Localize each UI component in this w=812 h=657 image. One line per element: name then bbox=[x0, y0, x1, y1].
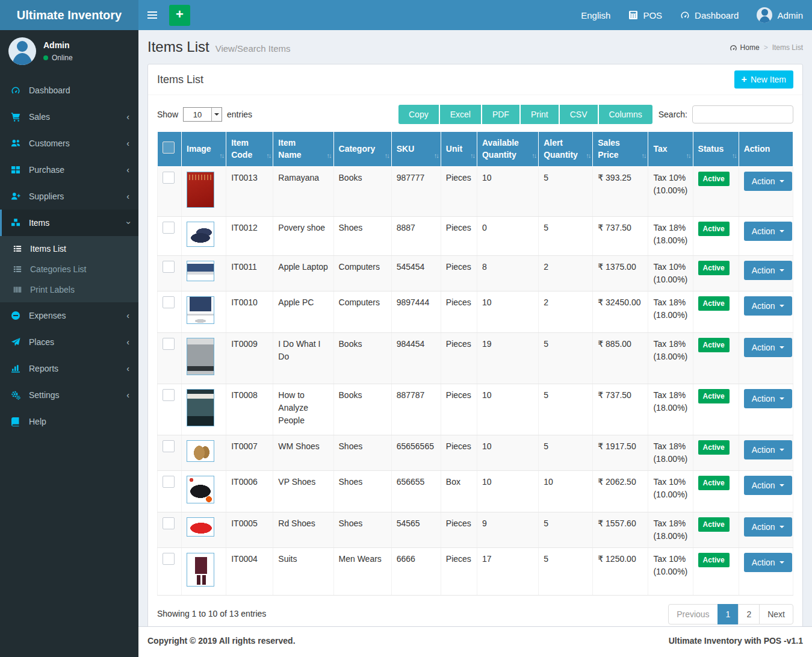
table-row: IT0004 Suits Men Wears 6666 Pieces 17 5 … bbox=[158, 547, 793, 595]
status-badge: Active bbox=[698, 553, 730, 567]
sidebar-item-help[interactable]: Help bbox=[0, 408, 138, 435]
sidebar-item-places[interactable]: Places ‹ bbox=[0, 329, 138, 355]
column-header-available-quantity[interactable]: Available Quantity↑↓ bbox=[477, 132, 538, 167]
sidebar-item-expenses[interactable]: Expenses ‹ bbox=[0, 302, 138, 329]
row-checkbox[interactable] bbox=[163, 389, 175, 401]
nav-dashboard[interactable]: Dashboard bbox=[671, 0, 748, 30]
action-button[interactable]: Action bbox=[744, 296, 792, 316]
breadcrumb-home-link[interactable]: Home bbox=[730, 43, 760, 52]
pdf-button[interactable]: PDF bbox=[481, 105, 519, 124]
next-page-button[interactable]: Next bbox=[759, 604, 793, 624]
column-header-alert-quantity[interactable]: Alert Quantity↑↓ bbox=[539, 132, 593, 167]
row-checkbox[interactable] bbox=[163, 338, 175, 350]
action-button[interactable]: Action bbox=[744, 517, 792, 537]
page-length-select[interactable]: 10 bbox=[183, 107, 222, 122]
action-button[interactable]: Action bbox=[744, 440, 792, 459]
action-button[interactable]: Action bbox=[744, 553, 792, 572]
action-button[interactable]: Action bbox=[744, 222, 792, 241]
column-header-sku[interactable]: SKU↑↓ bbox=[391, 132, 441, 167]
row-checkbox[interactable] bbox=[163, 440, 175, 452]
column-header-item-code[interactable]: Item Code↑↓ bbox=[226, 132, 273, 167]
sidebar-item-categories-list[interactable]: Categories List bbox=[0, 259, 138, 279]
row-checkbox[interactable] bbox=[163, 296, 175, 308]
item-image bbox=[187, 553, 214, 587]
sidebar-item-customers[interactable]: Customers ‹ bbox=[0, 130, 138, 157]
quick-add-button[interactable]: + bbox=[169, 5, 190, 26]
column-header-image[interactable]: Image↑↓ bbox=[182, 132, 226, 167]
row-checkbox[interactable] bbox=[163, 476, 175, 488]
caret-down-icon bbox=[779, 561, 784, 564]
sidebar-toggle-button[interactable] bbox=[138, 0, 166, 30]
row-checkbox[interactable] bbox=[163, 222, 175, 234]
excel-button[interactable]: Excel bbox=[439, 105, 481, 124]
nav-pos[interactable]: POS bbox=[619, 0, 671, 30]
row-checkbox[interactable] bbox=[163, 517, 175, 529]
item-image bbox=[187, 172, 214, 208]
row-checkbox[interactable] bbox=[163, 172, 175, 184]
csv-button[interactable]: CSV bbox=[559, 105, 598, 124]
copy-button[interactable]: Copy bbox=[398, 105, 439, 124]
sidebar-item-purchase[interactable]: Purchase ‹ bbox=[0, 157, 138, 183]
hamburger-icon bbox=[147, 11, 157, 13]
action-button[interactable]: Action bbox=[744, 389, 792, 408]
sidebar-item-suppliers[interactable]: Suppliers ‹ bbox=[0, 183, 138, 210]
status-badge: Active bbox=[698, 476, 730, 490]
page-1-button[interactable]: 1 bbox=[717, 604, 739, 624]
tachometer-icon bbox=[11, 86, 23, 95]
column-header-item-name[interactable]: Item Name↑↓ bbox=[273, 132, 333, 167]
column-header-unit[interactable]: Unit↑↓ bbox=[441, 132, 477, 167]
cart-icon bbox=[11, 112, 23, 122]
sidebar-item-items[interactable]: Items ‹ bbox=[0, 210, 138, 236]
sort-icon: ↑↓ bbox=[266, 151, 270, 161]
sort-icon: ↑↓ bbox=[532, 151, 536, 161]
home-icon bbox=[730, 44, 737, 52]
sidebar-item-sales[interactable]: Sales ‹ bbox=[0, 104, 138, 130]
nav-user-menu[interactable]: Admin bbox=[748, 0, 812, 30]
item-image bbox=[187, 338, 214, 375]
action-button[interactable]: Action bbox=[744, 338, 792, 357]
grid-icon bbox=[11, 165, 23, 175]
chevron-left-icon: ‹ bbox=[126, 390, 129, 400]
column-header-category[interactable]: Category↑↓ bbox=[333, 132, 391, 167]
column-header-status[interactable]: Status↑↓ bbox=[693, 132, 739, 167]
sort-icon: ↑↓ bbox=[470, 151, 474, 161]
table-header-row: Image↑↓ Item Code↑↓ Item Name↑↓ Category… bbox=[158, 132, 793, 167]
pagination: Previous 1 2 Next bbox=[668, 604, 793, 624]
column-header-tax[interactable]: Tax↑↓ bbox=[648, 132, 693, 167]
previous-page-button[interactable]: Previous bbox=[668, 604, 717, 624]
row-checkbox[interactable] bbox=[163, 553, 175, 565]
caret-down-icon bbox=[779, 269, 784, 272]
main-header: Ultimate Inventory + English POS Dashboa… bbox=[0, 0, 812, 30]
chevron-left-icon: ‹ bbox=[126, 311, 129, 320]
sort-icon: ↑↓ bbox=[327, 151, 331, 161]
page-2-button[interactable]: 2 bbox=[738, 604, 760, 624]
sidebar-item-dashboard[interactable]: Dashboard bbox=[0, 77, 138, 104]
caret-down-icon bbox=[779, 526, 784, 528]
show-label: Show bbox=[157, 110, 178, 119]
nav-language[interactable]: English bbox=[572, 0, 619, 30]
action-button[interactable]: Action bbox=[744, 476, 792, 495]
status-badge: Active bbox=[698, 517, 730, 532]
sidebar-item-reports[interactable]: Reports ‹ bbox=[0, 355, 138, 382]
sidebar-item-settings[interactable]: Settings ‹ bbox=[0, 382, 138, 408]
status-badge: Active bbox=[698, 296, 730, 311]
print-button[interactable]: Print bbox=[519, 105, 559, 124]
new-item-button[interactable]: + New Item bbox=[734, 70, 793, 89]
table-row: IT0010 Apple PC Computers 9897444 Pieces… bbox=[158, 291, 793, 332]
select-all-checkbox[interactable] bbox=[163, 142, 175, 154]
column-header-sales-price[interactable]: Sales Price↑↓ bbox=[593, 132, 648, 167]
sidebar-item-print-labels[interactable]: Print Labels bbox=[0, 279, 138, 300]
columns-button[interactable]: Columns bbox=[598, 105, 652, 124]
action-button[interactable]: Action bbox=[744, 261, 792, 280]
minus-circle-icon bbox=[11, 311, 23, 320]
sidebar-item-items-list[interactable]: Items List bbox=[0, 238, 138, 259]
export-buttons: Copy Excel PDF Print CSV Columns bbox=[398, 105, 652, 124]
search-label: Search: bbox=[659, 110, 687, 119]
brand-logo[interactable]: Ultimate Inventory bbox=[0, 0, 138, 30]
action-button[interactable]: Action bbox=[744, 172, 792, 191]
user-status[interactable]: Online bbox=[43, 54, 73, 62]
row-checkbox[interactable] bbox=[163, 261, 175, 273]
search-input[interactable] bbox=[692, 105, 793, 123]
page-subtitle: View/Search Items bbox=[215, 43, 291, 54]
page-title: Items List bbox=[147, 39, 209, 55]
